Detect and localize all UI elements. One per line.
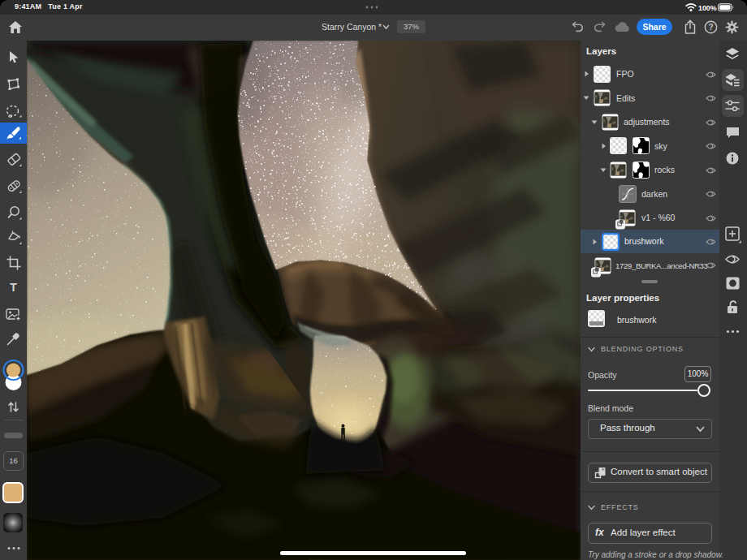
svg-text:100%: 100% (698, 4, 717, 12)
svg-text:?: ? (708, 23, 713, 32)
